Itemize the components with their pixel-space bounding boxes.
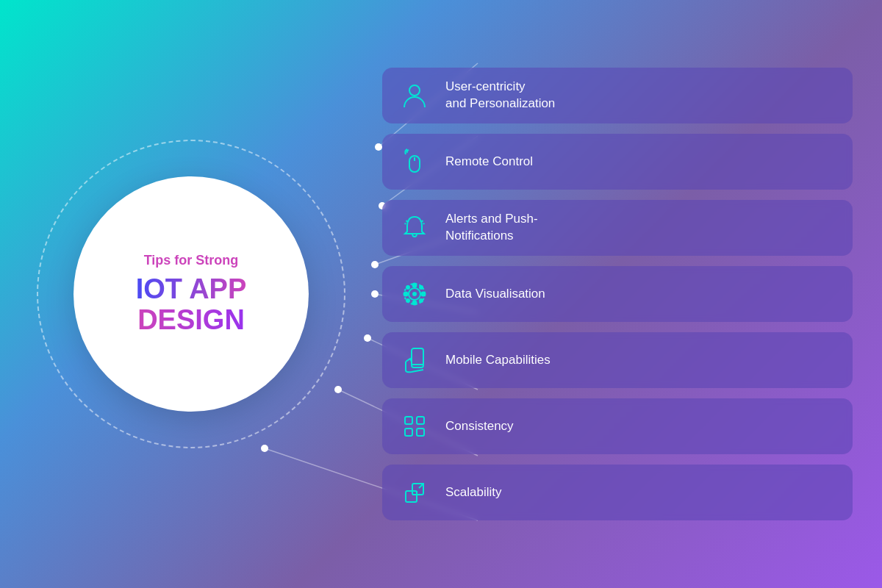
right-area: User-centricityand Personalization Remot… [382,68,882,520]
svg-point-24 [420,286,423,289]
person-icon [395,76,434,115]
card-consistency: Consistency [382,398,853,454]
app-container: Tips for Strong IOT APP DESIGN User-cent… [0,0,882,588]
card-scalability: Scalability [382,465,853,520]
svg-rect-33 [406,491,417,502]
remote-icon [395,143,434,181]
circle-subtitle: Tips for Strong [144,253,239,268]
grid-icon [395,407,434,445]
card-label-consistency: Consistency [445,418,514,435]
card-mobile: Mobile Capabilities [382,332,853,388]
svg-rect-30 [417,417,424,424]
svg-rect-32 [417,429,424,436]
svg-rect-29 [405,417,412,424]
card-label-data-vis: Data Visualisation [445,286,545,303]
circle-title-1: IOT APP [136,274,247,305]
card-label-user-centricity: User-centricityand Personalization [445,79,555,112]
circle-title-2: DESIGN [137,305,245,336]
svg-point-17 [413,293,416,295]
card-alerts: Alerts and Push-Notifications [382,200,853,256]
inner-circle: Tips for Strong IOT APP DESIGN [74,176,309,412]
card-user-centricity: User-centricityand Personalization [382,68,853,123]
card-remote-control: Remote Control [382,134,853,190]
mobile-icon [395,341,434,379]
card-label-alerts: Alerts and Push-Notifications [445,211,538,245]
card-label-remote-control: Remote Control [445,154,533,171]
card-data-vis: Data Visualisation [382,266,853,322]
svg-point-14 [409,85,420,96]
left-area: Tips for Strong IOT APP DESIGN [0,0,382,588]
scale-icon [395,473,434,512]
card-label-scalability: Scalability [445,484,502,501]
card-label-mobile: Mobile Capabilities [445,352,551,369]
bell-icon [395,209,434,247]
svg-rect-31 [405,429,412,436]
svg-point-23 [420,299,423,302]
data-icon [395,275,434,313]
